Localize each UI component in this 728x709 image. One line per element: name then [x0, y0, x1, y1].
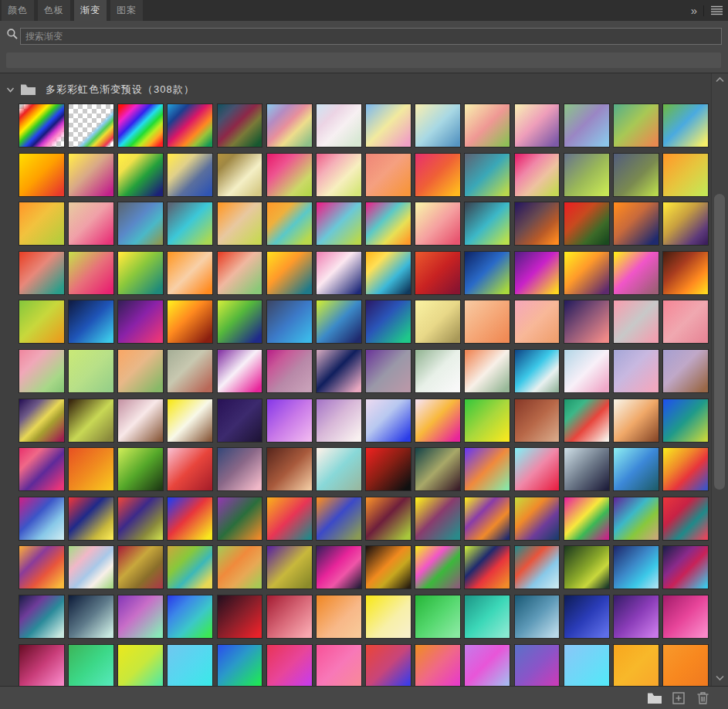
- gradient-swatch[interactable]: [464, 595, 510, 639]
- gradient-swatch[interactable]: [117, 349, 164, 393]
- gradient-swatch[interactable]: [68, 399, 114, 443]
- gradient-swatch[interactable]: [217, 399, 263, 443]
- gradient-swatch[interactable]: [662, 644, 709, 687]
- gradient-swatch[interactable]: [266, 497, 313, 541]
- gradient-swatch[interactable]: [68, 251, 114, 295]
- gradient-swatch[interactable]: [564, 644, 610, 687]
- gradient-swatch[interactable]: [464, 153, 510, 197]
- gradient-swatch[interactable]: [117, 153, 164, 197]
- gradient-swatch[interactable]: [662, 349, 709, 393]
- gradient-swatch[interactable]: [564, 251, 610, 295]
- gradient-swatch[interactable]: [415, 545, 461, 589]
- gradient-swatch[interactable]: [316, 595, 362, 639]
- gradient-swatch[interactable]: [167, 103, 213, 148]
- gradient-swatch[interactable]: [514, 644, 560, 687]
- gradient-swatch[interactable]: [266, 300, 313, 344]
- scrollbar[interactable]: [711, 73, 728, 686]
- gradient-swatch[interactable]: [19, 251, 65, 295]
- gradient-swatch[interactable]: [613, 644, 659, 687]
- gradient-swatch[interactable]: [217, 545, 263, 589]
- gradient-swatch[interactable]: [117, 644, 164, 687]
- gradient-swatch[interactable]: [316, 545, 362, 589]
- gradient-swatch[interactable]: [19, 447, 65, 491]
- gradient-swatch[interactable]: [564, 153, 610, 197]
- chevron-down-icon[interactable]: [6, 86, 15, 94]
- gradient-swatch[interactable]: [266, 202, 313, 246]
- gradient-swatch[interactable]: [19, 399, 65, 443]
- gradient-swatch[interactable]: [514, 545, 560, 589]
- gradient-swatch[interactable]: [167, 300, 213, 344]
- gradient-swatch[interactable]: [167, 545, 213, 589]
- tab-colors[interactable]: 颜色: [2, 0, 34, 21]
- gradient-swatch[interactable]: [217, 251, 263, 295]
- gradient-swatch[interactable]: [68, 497, 114, 541]
- gradient-swatch[interactable]: [662, 300, 709, 344]
- gradient-swatch[interactable]: [464, 545, 510, 589]
- gradient-swatch[interactable]: [68, 447, 114, 491]
- gradient-swatch[interactable]: [613, 545, 659, 589]
- gradient-swatch[interactable]: [415, 399, 461, 443]
- gradient-swatch[interactable]: [266, 399, 313, 443]
- gradient-swatch[interactable]: [167, 447, 213, 491]
- gradient-swatch[interactable]: [365, 447, 411, 491]
- gradient-swatch[interactable]: [117, 202, 164, 246]
- gradient-swatch[interactable]: [464, 497, 510, 541]
- gradient-swatch[interactable]: [564, 399, 610, 443]
- gradient-swatch[interactable]: [167, 202, 213, 246]
- gradient-swatch[interactable]: [167, 399, 213, 443]
- gradient-swatch[interactable]: [117, 103, 164, 148]
- gradient-swatch[interactable]: [365, 153, 411, 197]
- gradient-swatch[interactable]: [117, 497, 164, 541]
- gradient-swatch[interactable]: [662, 545, 709, 589]
- gradient-swatch[interactable]: [217, 300, 263, 344]
- gradient-swatch[interactable]: [117, 300, 164, 344]
- gradient-swatch[interactable]: [316, 202, 362, 246]
- gradient-swatch[interactable]: [514, 595, 560, 639]
- gradient-swatch[interactable]: [514, 349, 560, 393]
- scroll-up-button[interactable]: [715, 76, 725, 83]
- gradient-swatch[interactable]: [564, 545, 610, 589]
- gradient-swatch[interactable]: [365, 251, 411, 295]
- gradient-swatch[interactable]: [613, 447, 659, 491]
- gradient-swatch[interactable]: [68, 103, 114, 148]
- gradient-swatch[interactable]: [316, 349, 362, 393]
- gradient-swatch[interactable]: [365, 595, 411, 639]
- tab-swatches[interactable]: 色板: [38, 0, 70, 21]
- delete-button[interactable]: [696, 691, 709, 705]
- gradient-swatch[interactable]: [266, 103, 313, 148]
- gradient-swatch[interactable]: [68, 300, 114, 344]
- gradient-swatch[interactable]: [167, 644, 213, 687]
- gradient-swatch[interactable]: [217, 103, 263, 148]
- gradient-swatch[interactable]: [316, 153, 362, 197]
- gradient-swatch[interactable]: [662, 497, 709, 541]
- gradient-swatch[interactable]: [564, 595, 610, 639]
- gradient-swatch[interactable]: [266, 644, 313, 687]
- gradient-swatch[interactable]: [613, 497, 659, 541]
- gradient-swatch[interactable]: [266, 595, 313, 639]
- gradient-swatch[interactable]: [464, 202, 510, 246]
- gradient-swatch[interactable]: [117, 447, 164, 491]
- gradient-swatch[interactable]: [19, 644, 65, 687]
- gradient-swatch[interactable]: [266, 153, 313, 197]
- gradient-swatch[interactable]: [167, 153, 213, 197]
- gradient-swatch[interactable]: [365, 202, 411, 246]
- tab-gradients[interactable]: 渐变: [74, 0, 107, 21]
- scroll-down-button[interactable]: [715, 674, 725, 681]
- gradient-swatch[interactable]: [167, 595, 213, 639]
- gradient-swatch[interactable]: [613, 153, 659, 197]
- gradient-swatch[interactable]: [464, 644, 510, 687]
- gradient-swatch[interactable]: [266, 349, 313, 393]
- gradient-swatch[interactable]: [464, 349, 510, 393]
- gradient-swatch[interactable]: [662, 103, 709, 148]
- collapse-panel-button[interactable]: »: [689, 0, 699, 21]
- gradient-swatch[interactable]: [117, 545, 164, 589]
- gradient-swatch[interactable]: [415, 349, 461, 393]
- gradient-swatch[interactable]: [266, 447, 313, 491]
- gradient-swatch[interactable]: [415, 595, 461, 639]
- gradient-swatch[interactable]: [167, 497, 213, 541]
- gradient-swatch[interactable]: [415, 103, 461, 148]
- gradient-swatch[interactable]: [415, 153, 461, 197]
- gradient-swatch[interactable]: [316, 251, 362, 295]
- gradient-swatch[interactable]: [316, 497, 362, 541]
- gradient-swatch[interactable]: [19, 300, 65, 344]
